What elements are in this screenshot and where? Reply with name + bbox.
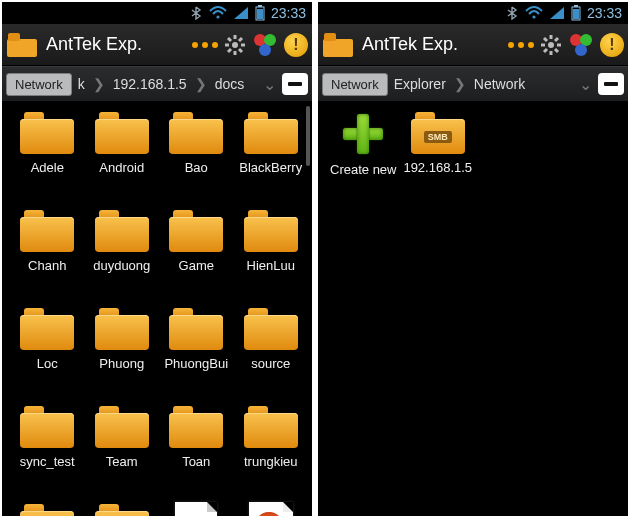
grid-item[interactable]: Bao (159, 110, 234, 202)
item-label: Adele (12, 160, 82, 175)
item-label: Android (87, 160, 157, 175)
collapse-button[interactable] (282, 73, 308, 95)
alert-icon[interactable]: ! (600, 33, 624, 57)
chevron-right-icon: ❯ (452, 76, 468, 92)
apps-icon[interactable] (568, 32, 594, 58)
breadcrumb-bar: Network k ❯ 192.168.1.5 ❯ docs ⌄ (2, 66, 312, 102)
svg-line-26 (544, 38, 547, 41)
folder-icon (20, 504, 74, 516)
folder-icon (169, 308, 223, 350)
item-label: Toan (161, 454, 231, 469)
file-icon: FILE (175, 502, 217, 516)
breadcrumb-segment[interactable]: Explorer (390, 76, 450, 92)
grid-item[interactable]: SMB192.168.1.5 (401, 110, 476, 202)
app-icon[interactable] (6, 31, 38, 59)
app-bar: AntTek Exp. ! (2, 24, 312, 66)
bluetooth-icon (507, 6, 519, 20)
grid-item[interactable]: sync_test (10, 404, 85, 496)
breadcrumb-segment[interactable]: Network (470, 76, 529, 92)
scrollbar[interactable] (306, 106, 310, 166)
folder-icon (244, 308, 298, 350)
file-grid-area[interactable]: AdeleAndroidBaoBlackBerryChanhduyduongGa… (2, 102, 312, 516)
app-title: AntTek Exp. (46, 34, 142, 55)
file-grid-area[interactable]: Create newSMB192.168.1.5 (318, 102, 628, 516)
svg-point-0 (216, 15, 219, 18)
grid-item[interactable]: Adele (10, 110, 85, 202)
app-title: AntTek Exp. (362, 34, 458, 55)
folder-icon (95, 406, 149, 448)
svg-line-29 (544, 49, 547, 52)
grid-item[interactable]: trungkieu (234, 404, 309, 496)
item-label: Chanh (12, 258, 82, 273)
grid-item[interactable]: Toan (159, 404, 234, 496)
chevron-down-icon[interactable]: ⌄ (259, 75, 280, 94)
svg-point-6 (232, 42, 238, 48)
alert-icon[interactable]: ! (284, 33, 308, 57)
status-bar: 23:33 (2, 2, 312, 24)
chevron-right-icon: ❯ (91, 76, 107, 92)
grid-item[interactable]: Team (85, 404, 160, 496)
gear-icon[interactable] (224, 34, 246, 56)
grid-item[interactable]: FILE (159, 502, 234, 516)
svg-point-21 (548, 42, 554, 48)
phone-left: 23:33 AntTek Exp. ! Network k ❯ 192.168.… (2, 2, 312, 516)
item-label: duyduong (87, 258, 157, 273)
item-label: source (236, 356, 306, 371)
item-label: trungkieu (236, 454, 306, 469)
apps-icon[interactable] (252, 32, 278, 58)
item-label: Loc (12, 356, 82, 371)
grid-item[interactable]: source (234, 306, 309, 398)
battery-icon (571, 5, 581, 21)
folder-icon (169, 406, 223, 448)
grid-item[interactable]: HienLuu (234, 208, 309, 300)
wifi-icon (209, 6, 227, 20)
battery-icon (255, 5, 265, 21)
collapse-button[interactable] (598, 73, 624, 95)
grid-item[interactable]: Create new (326, 110, 401, 202)
grid-item[interactable]: duyduong (85, 208, 160, 300)
grid-item[interactable]: Loc (10, 306, 85, 398)
app-icon[interactable] (322, 31, 354, 59)
breadcrumb-bar: Network Explorer ❯ Network ⌄ (318, 66, 628, 102)
folder-icon (20, 406, 74, 448)
grid-item[interactable] (234, 502, 309, 516)
breadcrumb-chip-network[interactable]: Network (6, 73, 72, 96)
signal-icon (233, 6, 249, 20)
folder-icon (169, 112, 223, 154)
status-clock: 23:33 (587, 5, 622, 21)
status-clock: 23:33 (271, 5, 306, 21)
folder-icon (244, 112, 298, 154)
folder-icon (95, 112, 149, 154)
chevron-down-icon[interactable]: ⌄ (575, 75, 596, 94)
grid-item[interactable]: Game (159, 208, 234, 300)
item-label: Phuong (87, 356, 157, 371)
grid-item[interactable]: Phuong (85, 306, 160, 398)
phone-right: 23:33 AntTek Exp. ! Network Explorer ❯ N… (318, 2, 628, 516)
folder-icon (95, 504, 149, 516)
app-bar: AntTek Exp. ! (318, 24, 628, 66)
menu-dots-icon[interactable] (508, 42, 534, 48)
folder-icon (95, 308, 149, 350)
grid-item[interactable]: PhuongBui (159, 306, 234, 398)
breadcrumb-segment[interactable]: k (74, 76, 89, 92)
gear-icon[interactable] (540, 34, 562, 56)
menu-dots-icon[interactable] (192, 42, 218, 48)
item-label: 192.168.1.5 (403, 160, 473, 175)
svg-line-14 (228, 49, 231, 52)
grid-item[interactable]: Android (85, 110, 160, 202)
folder-icon (169, 210, 223, 252)
breadcrumb-segment[interactable]: 192.168.1.5 (109, 76, 191, 92)
grid-item[interactable] (10, 502, 85, 516)
breadcrumb-chip-network[interactable]: Network (322, 73, 388, 96)
folder-icon (20, 308, 74, 350)
breadcrumb-segment[interactable]: docs (211, 76, 249, 92)
grid-item[interactable]: BlackBerry (234, 110, 309, 202)
svg-rect-4 (7, 39, 37, 57)
grid-item[interactable] (85, 502, 160, 516)
item-label: Bao (161, 160, 231, 175)
svg-line-11 (228, 38, 231, 41)
folder-icon (244, 210, 298, 252)
item-label: Game (161, 258, 231, 273)
signal-icon (549, 6, 565, 20)
grid-item[interactable]: Chanh (10, 208, 85, 300)
